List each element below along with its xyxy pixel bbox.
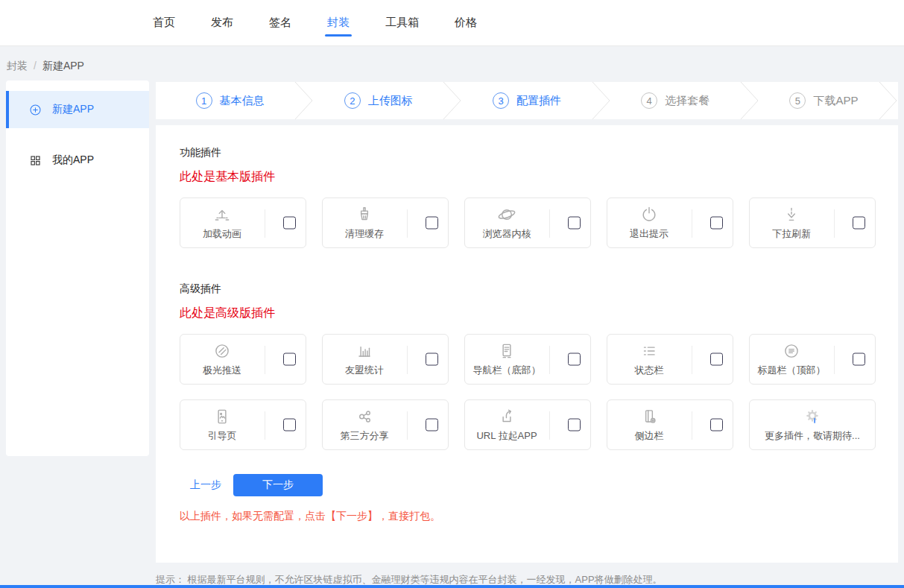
plugin-card-third-party-share[interactable]: 第三方分享 [322,399,449,450]
plugin-card-main: 清理缓存 [323,205,406,241]
plugin-card-pull-refresh[interactable]: 下拉刷新 [749,197,876,248]
nav-item-label: 签名 [269,16,291,30]
package-note: 以上插件，如果无需配置，点击【下一步】，直接打包。 [180,510,876,523]
nav-item-label: 发布 [211,16,233,30]
nav-item-signature[interactable]: 签名 [269,0,291,46]
sidebar-plugin-icon [639,407,659,426]
nav-item-price[interactable]: 价格 [455,0,477,46]
statusbar-icon [639,341,659,361]
nav-item-toolbox[interactable]: 工具箱 [385,0,419,46]
plugin-card-main: 浏览器内核 [465,205,549,241]
plugin-checkbox[interactable] [426,217,438,230]
plugin-checkbox[interactable] [426,419,438,431]
browser-kernel-icon [497,205,516,224]
sidebar-item-new-app[interactable]: 新建APP [6,91,149,128]
plugin-sections: 功能插件此处是基本版插件加载动画清理缓存浏览器内核退出提示下拉刷新高级插件此处是… [180,146,876,450]
step-number: 3 [493,92,509,109]
plugin-card-jpush[interactable]: 极光推送 [180,334,306,385]
nav-item-label: 工具箱 [385,16,419,30]
plugin-checkbox[interactable] [568,353,581,366]
plugin-card-main: 标题栏（顶部） [750,341,833,377]
plugin-card-guide-page[interactable]: 引导页 [180,399,306,450]
url-launch-icon [497,407,516,426]
umeng-stats-icon [355,341,374,361]
plugin-checkbox[interactable] [426,353,438,366]
plugin-card-label: 第三方分享 [341,429,389,443]
step-label: 上传图标 [368,94,413,108]
plugin-card-label: 清理缓存 [345,227,384,241]
actions-row: 上一步 下一步 [180,474,876,496]
plugin-card-sidebar-plugin[interactable]: 侧边栏 [607,399,733,450]
card-divider [549,209,550,238]
plugin-card-main: URL 拉起APP [465,407,549,443]
section-title: 高级插件 [180,282,876,296]
nav-item-home[interactable]: 首页 [153,0,175,46]
plugin-card-main: 侧边栏 [607,407,691,443]
step-label: 下载APP [813,94,858,108]
plugin-card-bottom-navbar[interactable]: 导航栏（底部） [464,334,591,385]
plugin-card-umeng-stats[interactable]: 友盟统计 [322,334,449,385]
plugin-checkbox[interactable] [853,353,865,366]
plugin-card-label: 标题栏（顶部） [758,364,826,377]
plugin-card-label: 侧边栏 [635,429,664,443]
plugin-checkbox[interactable] [710,353,723,366]
plugin-checkbox[interactable] [283,353,296,366]
plugin-card-titlebar[interactable]: 标题栏（顶部） [749,334,876,385]
exit-prompt-icon [639,205,659,224]
titlebar-icon [782,341,801,361]
breadcrumb-item[interactable]: 封装 [7,60,28,72]
grid-icon [28,154,42,168]
plugin-section: 功能插件此处是基本版插件加载动画清理缓存浏览器内核退出提示下拉刷新 [180,146,876,248]
plugin-card-url-launch-app[interactable]: URL 拉起APP [464,399,591,450]
plugin-checkbox[interactable] [568,419,581,431]
nav-item-label: 首页 [153,16,175,30]
nav-item-label: 封装 [327,16,350,30]
nav-item-publish[interactable]: 发布 [211,0,233,46]
sidebar-item-label: 我的APP [52,154,94,167]
plugin-card-main: 退出提示 [607,205,691,241]
plugin-card-label: URL 拉起APP [476,429,537,443]
wizard-step-3[interactable]: 3配置插件 [452,82,601,119]
plugin-card-statusbar[interactable]: 状态栏 [607,334,733,385]
plugin-card-grid: 极光推送友盟统计导航栏（底部）状态栏标题栏（顶部）引导页第三方分享URL 拉起A… [180,334,877,450]
bottom-accent-bar [0,585,904,588]
plugin-checkbox[interactable] [710,419,723,431]
third-party-share-icon [355,407,374,426]
wizard-step-2[interactable]: 2上传图标 [304,82,452,119]
plugin-checkbox[interactable] [283,419,296,431]
plugin-card-main: 导航栏（底部） [465,341,549,377]
plugin-card-more-plugins[interactable]: 更多插件，敬请期待... [749,399,876,450]
plugin-checkbox[interactable] [283,217,296,230]
plugin-card-loading-animation[interactable]: 加载动画 [180,197,306,248]
plugin-card-label: 极光推送 [203,364,241,377]
plugin-checkbox[interactable] [853,217,865,230]
plugin-card-label: 下拉刷新 [772,227,811,241]
next-step-button[interactable]: 下一步 [233,474,323,496]
prev-step-link[interactable]: 上一步 [190,478,221,492]
plugin-checkbox[interactable] [710,217,723,230]
plugin-card-browser-kernel[interactable]: 浏览器内核 [464,197,591,248]
sidebar-item-my-app[interactable]: 我的APP [6,142,149,179]
card-divider [265,209,265,238]
plugin-card-clear-cache[interactable]: 清理缓存 [322,197,449,248]
wizard-step-5[interactable]: 5下载APP [750,82,898,119]
nav-item-package[interactable]: 封装 [327,0,350,46]
wizard-step-4[interactable]: 4选择套餐 [601,82,750,119]
step-label: 选择套餐 [665,94,709,108]
plugin-checkbox[interactable] [568,217,581,230]
plugin-card-label: 加载动画 [203,227,241,241]
plugin-card-main: 状态栏 [607,341,691,377]
loading-animation-icon [212,205,232,224]
wizard-step-1[interactable]: 1基本信息 [156,82,304,119]
section-title: 功能插件 [180,146,876,159]
card-divider [692,411,692,440]
step-wizard: 1基本信息2上传图标3配置插件4选择套餐5下载APP [156,82,898,119]
plugin-card-grid: 加载动画清理缓存浏览器内核退出提示下拉刷新 [180,197,877,248]
step-number: 1 [196,92,212,109]
plugin-card-label: 状态栏 [635,364,664,377]
step-number: 5 [789,92,806,109]
breadcrumb-item: 新建APP [42,60,84,72]
section-note: 此处是基本版插件 [180,169,876,185]
step-label: 基本信息 [220,94,265,108]
plugin-card-exit-prompt[interactable]: 退出提示 [607,197,733,248]
